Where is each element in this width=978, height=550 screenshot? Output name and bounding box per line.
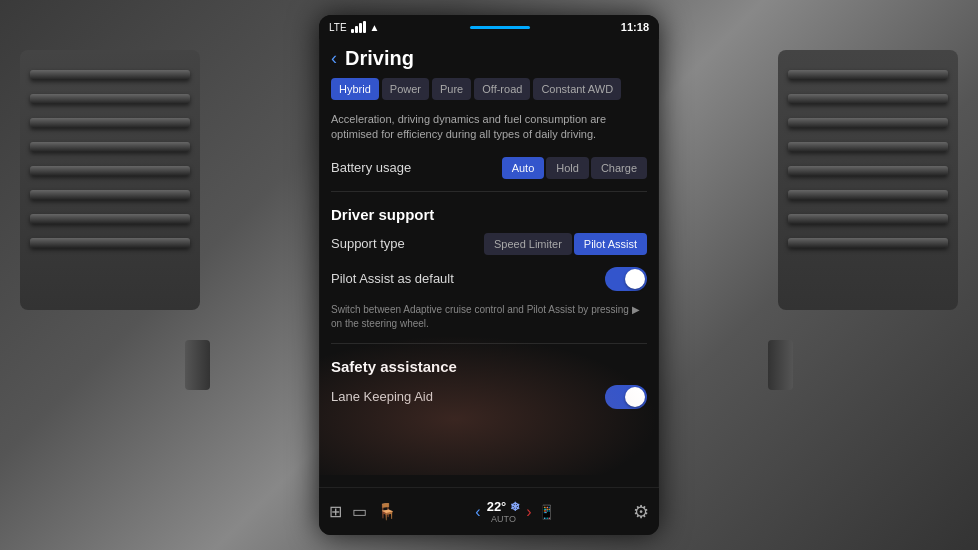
left-vent [20, 50, 200, 310]
support-type-options[interactable]: Speed Limiter Pilot Assist [484, 233, 647, 255]
support-type-row: Support type Speed Limiter Pilot Assist [331, 233, 647, 255]
location-icon: ▲ [370, 22, 380, 33]
lte-label: LTE [329, 22, 347, 33]
lane-keeping-toggle-thumb [625, 387, 645, 407]
tab-hybrid[interactable]: Hybrid [331, 78, 379, 100]
clock: 11:18 [621, 21, 649, 33]
tab-power[interactable]: Power [382, 78, 429, 100]
status-bar: LTE ▲ 11:18 [319, 15, 659, 39]
seat-icon[interactable]: 🪑 [377, 502, 397, 521]
drive-mode-tabs[interactable]: Hybrid Power Pure Off-road Constant AWD [331, 78, 647, 100]
right-vent [778, 50, 958, 310]
back-button[interactable]: ‹ [331, 48, 337, 69]
driver-support-header: Driver support [331, 206, 647, 223]
temp-mode-label: AUTO [491, 514, 516, 524]
left-door-handle [185, 340, 210, 390]
pilot-assist-btn[interactable]: Pilot Assist [574, 233, 647, 255]
content-area: Hybrid Power Pure Off-road Constant AWD … [319, 78, 659, 487]
top-indicator [470, 26, 530, 29]
phone-icon[interactable]: 📱 [538, 504, 555, 520]
tab-constant-awd[interactable]: Constant AWD [533, 78, 621, 100]
right-door-handle [768, 340, 793, 390]
page-header: ‹ Driving [319, 39, 659, 78]
support-type-label: Support type [331, 236, 405, 251]
fan-icon: ❄ [510, 500, 520, 514]
pilot-assist-label: Pilot Assist as default [331, 271, 454, 286]
toggle-thumb [625, 269, 645, 289]
mode-description: Acceleration, driving dynamics and fuel … [331, 112, 647, 143]
lane-keeping-label: Lane Keeping Aid [331, 389, 433, 404]
battery-usage-options[interactable]: Auto Hold Charge [502, 157, 647, 179]
camera-icon[interactable]: ▭ [352, 502, 367, 521]
safety-assistance-header: Safety assistance [331, 358, 647, 375]
speed-limiter-btn[interactable]: Speed Limiter [484, 233, 572, 255]
lane-keeping-row: Lane Keeping Aid [331, 385, 647, 409]
bottom-left-icons: ⊞ ▭ 🪑 [329, 502, 397, 521]
signal-bars [351, 21, 366, 33]
temp-prev-btn[interactable]: ‹ [475, 503, 480, 521]
battery-hold-btn[interactable]: Hold [546, 157, 589, 179]
settings-gear-icon[interactable]: ⚙ [633, 501, 649, 523]
temperature-value: 22° [487, 499, 507, 514]
status-left: LTE ▲ [329, 21, 380, 33]
battery-auto-btn[interactable]: Auto [502, 157, 545, 179]
lane-keeping-toggle[interactable] [605, 385, 647, 409]
grid-icon[interactable]: ⊞ [329, 502, 342, 521]
pilot-assist-note: Switch between Adaptive cruise control a… [331, 303, 647, 331]
temperature-display: 22° ❄ AUTO [487, 499, 521, 524]
divider-2 [331, 343, 647, 344]
battery-usage-row: Battery usage Auto Hold Charge [331, 157, 647, 179]
temp-next-btn[interactable]: › [526, 503, 531, 521]
tab-offroad[interactable]: Off-road [474, 78, 530, 100]
pilot-assist-row: Pilot Assist as default [331, 267, 647, 291]
infotainment-screen: LTE ▲ 11:18 ‹ Driving Hybrid Power [319, 15, 659, 535]
page-title: Driving [345, 47, 414, 70]
bottom-bar: ⊞ ▭ 🪑 ‹ 22° ❄ AUTO › 📱 ⚙ [319, 487, 659, 535]
tab-pure[interactable]: Pure [432, 78, 471, 100]
battery-usage-label: Battery usage [331, 160, 411, 175]
car-background: LTE ▲ 11:18 ‹ Driving Hybrid Power [0, 0, 978, 550]
battery-charge-btn[interactable]: Charge [591, 157, 647, 179]
divider-1 [331, 191, 647, 192]
pilot-assist-toggle[interactable] [605, 267, 647, 291]
